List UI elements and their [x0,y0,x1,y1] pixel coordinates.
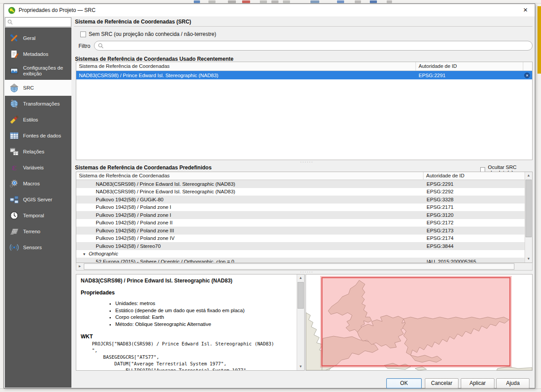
scroll-up-icon[interactable]: ▲ [297,274,304,282]
background-toolbar-icon [355,0,361,3]
predefined-crs-row[interactable]: NAD83(CSRS98) / Prince Edward Isl. Stere… [76,188,532,196]
sidebar-item-estilos[interactable]: Estilos [5,112,71,128]
background-toolbar-icon [370,0,377,3]
recent-table-body: NAD83(CSRS98) / Prince Edward Isl. Stere… [76,71,532,79]
crs-name: Pulkovo 1942(58) / Poland zone III [96,228,174,233]
predefined-crs-row[interactable]: Pulkovo 1942(58) / Poland zone IIEPSG:21… [76,219,532,227]
svg-text:ε: ε [12,163,17,172]
scrollbar-thumb[interactable] [298,282,304,309]
sidebar-item-relacoes[interactable]: Relações [5,144,71,160]
details-crs-title: NAD83(CSRS98) / Prince Edward Isl. Stere… [81,278,294,284]
details-properties-list: Unidades: metrosEstático (depende de um … [115,300,294,328]
predefined-crs-row[interactable]: Pulkovo 1942(58) / Stereo70EPSG:3844 [76,242,532,250]
sidebar-item-geral[interactable]: Geral [5,30,71,46]
scroll-down-icon[interactable]: ▼ [525,255,532,263]
crs-extent-preview-panel [306,274,533,371]
background-right-strip [535,4,541,388]
sidebar-item-variaveis[interactable]: εVariáveis [5,160,71,176]
predefined-vertical-scrollbar[interactable]: ▲ ▼ [525,172,532,263]
sidebar-item-fontes-de-dados[interactable]: Fontes de dados [5,128,71,144]
sidebar-item-label: Transformações [23,101,60,107]
sidebar-item-label: QGIS Server [23,197,52,203]
crs-name: Pulkovo 1942(58) / GUGiK-80 [96,197,164,202]
predefined-col-authority[interactable]: Autoridade de ID [423,172,532,180]
search-icon [7,19,13,25]
close-icon[interactable]: ✕ [521,6,529,14]
brush-icon [9,115,19,125]
background-toolbar-icon [194,0,200,3]
recent-crs-title: Sistemas de Referência de Coordenadas Us… [75,56,233,62]
collapse-arrow-icon[interactable]: ▼ [82,252,86,256]
property-item: Corpo celestial: Earth [115,314,294,321]
crs-authority: EPSG:2291 [427,181,454,187]
recent-col-name[interactable]: Sistema de Referência de Coordenadas [76,62,416,71]
cancelar-button[interactable]: Cancelar [425,378,459,388]
ok-button[interactable]: OK [386,378,422,388]
crs-details-content: NAD83(CSRS98) / Prince Edward Isl. Stere… [76,274,297,370]
sidebar-item-label: Metadados [23,51,48,57]
sidebar-item-label: Temporal [23,213,44,219]
sidebar-item-label: Configurações de exibição [23,65,70,77]
scroll-up-icon[interactable]: ▲ [525,172,532,179]
sidebar-item-sensors[interactable]: Sensors [5,239,71,255]
sidebar-item-transformacoes[interactable]: Transformações [5,96,71,112]
predefined-crs-table: Sistema de Referência de Coordenadas Aut… [76,172,533,263]
sidebar-item-metadados[interactable]: Metadados [5,46,71,62]
filter-input[interactable] [94,41,533,51]
sidebar-item-label: Fontes de dados [23,133,61,139]
sidebar-item-label: SRC [23,85,34,91]
predefined-crs-row[interactable]: 52 Europa (2015) - Sphere / Ocentric / O… [76,258,532,263]
background-toolbar-icon [310,0,319,3]
background-toolbar-icon [387,0,392,3]
predefined-crs-row[interactable]: Pulkovo 1942(58) / Poland zone IVEPSG:21… [76,235,532,243]
scroll-down-icon[interactable]: ▼ [297,363,304,370]
sidebar-search-input[interactable] [5,17,71,27]
sidebar-item-temporal[interactable]: Temporal [5,208,71,223]
crs-extent-map [306,274,532,370]
predefined-crs-row[interactable]: Pulkovo 1942(58) / Poland zone IIIEPSG:2… [76,227,532,235]
recent-crs-row[interactable]: NAD83(CSRS98) / Prince Edward Isl. Stere… [76,71,532,79]
background-toolbar-icon [242,0,250,3]
background-toolbar-icon [260,0,267,3]
crs-authority: EPSG:2173 [427,228,454,233]
predefined-crs-row[interactable]: Pulkovo 1942(58) / Poland zone IEPSG:217… [76,204,532,212]
scroll-right-icon[interactable]: ► [76,263,83,270]
predefined-crs-group-row[interactable]: ▼Orthographic [76,250,532,258]
signal-icon [9,243,19,252]
splitter-handle[interactable]: ······ [300,161,314,163]
details-vertical-scrollbar[interactable]: ▲ ▼ [297,274,304,370]
tools-icon [9,33,19,43]
recent-table-header[interactable]: Sistema de Referência de Coordenadas Aut… [76,62,532,71]
no-crs-label: Sem SRC (ou projeção não conhecida / não… [89,31,216,37]
search-icon [98,43,104,49]
crs-name: NAD83(CSRS98) / Prince Edward Isl. Stere… [96,181,235,187]
background-toolbar-icon [283,0,290,3]
sidebar-item-src[interactable]: SRC [5,80,71,96]
predefined-table-header[interactable]: Sistema de Referência de Coordenadas Aut… [76,172,532,180]
property-item: Estático (depende de um dado que está fi… [115,307,294,314]
no-crs-checkbox[interactable] [80,31,86,37]
predefined-crs-row[interactable]: Pulkovo 1942(58) / Poland zone IEPSG:312… [76,211,532,219]
sidebar-item-configuracoes-de-exibicao[interactable]: Configurações de exibição [5,62,71,80]
recent-col-authority[interactable]: Autoridade de ID [416,62,523,71]
predefined-crs-row[interactable]: NAD83(CSRS98) / Prince Edward Isl. Stere… [76,180,532,188]
sidebar-item-label: Terreno [23,229,40,235]
background-bottom-strip [0,388,541,392]
scrollbar-thumb[interactable] [525,180,532,237]
sidebar-item-terreno[interactable]: Terreno [5,223,71,239]
crs-authority: EPSG:3120 [427,212,454,218]
ajuda-button[interactable]: Ajuda [496,378,529,388]
aplicar-button[interactable]: Aplicar [461,378,494,388]
remove-recent-icon[interactable]: ✕ [524,72,530,78]
background-toolbar-icon [228,0,236,3]
dialog-titlebar[interactable]: Propriedades do Projeto — SRC ✕ [4,4,535,16]
sidebar-item-label: Macros [23,181,40,187]
predefined-col-name[interactable]: Sistema de Referência de Coordenadas [76,172,423,180]
sidebar-item-macros[interactable]: Macros [5,176,71,192]
splitter-handle[interactable]: ······ [300,271,314,273]
gear-play-icon [9,179,19,188]
predefined-crs-row[interactable]: Pulkovo 1942(58) / GUGiK-80EPSG:3328 [76,196,532,204]
scrollbar-thumb[interactable] [84,263,514,270]
predefined-table-body: NAD83(CSRS98) / Prince Edward Isl. Stere… [76,180,532,263]
sidebar-item-qgis-server[interactable]: QGIS Server [5,192,71,208]
